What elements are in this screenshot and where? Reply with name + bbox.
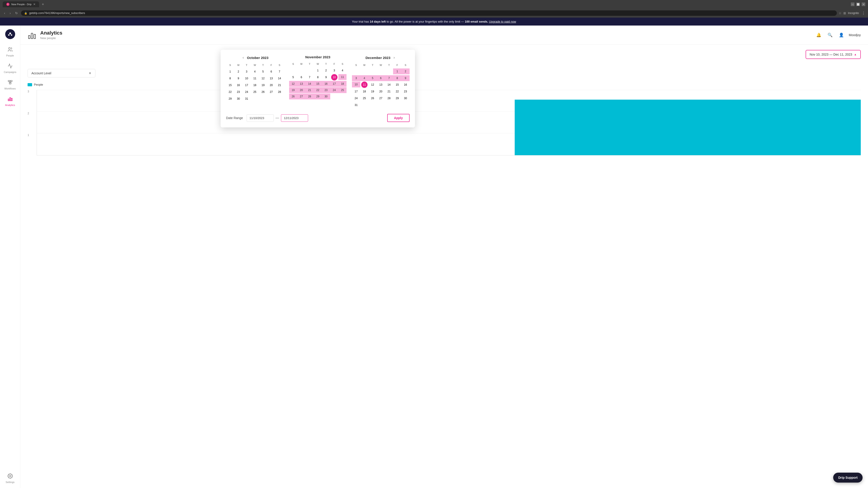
calendar-day[interactable]: 6 (268, 68, 274, 75)
close-button[interactable]: ✕ (862, 2, 865, 6)
sidebar-item-people[interactable]: People (2, 44, 19, 59)
calendar-day[interactable]: 19 (260, 82, 266, 88)
calendar-day[interactable]: 14 (305, 81, 313, 87)
calendar-day[interactable]: 7 (276, 68, 283, 75)
tab-close-button[interactable]: ✕ (33, 3, 35, 6)
bookmark-icon[interactable]: ☆ (839, 11, 842, 15)
calendar-day[interactable]: 17 (330, 81, 338, 87)
calendar-day[interactable]: 24 (330, 87, 338, 93)
calendar-day[interactable]: 4 (360, 75, 368, 81)
calendar-day[interactable]: 5 (368, 75, 377, 81)
calendar-day[interactable]: 30 (322, 94, 330, 99)
calendar-day[interactable]: 3 (352, 75, 360, 81)
calendar-day[interactable]: 28 (386, 95, 392, 101)
calendar-day[interactable]: 1 (393, 68, 401, 74)
calendar-day[interactable]: 6 (298, 74, 305, 80)
calendar-day[interactable]: 25 (361, 95, 368, 101)
calendar-day[interactable]: 15 (227, 82, 233, 88)
calendar-day[interactable]: 4 (252, 68, 258, 75)
extension-icon[interactable]: ⊞ (843, 11, 846, 15)
next-month-button[interactable]: › (392, 55, 396, 60)
calendar-day[interactable]: 20 (297, 87, 305, 93)
apply-button[interactable]: Apply (387, 114, 410, 122)
calendar-day[interactable]: 21 (276, 82, 283, 88)
calendar-day[interactable]: 24 (353, 95, 360, 101)
calendar-day[interactable]: 25 (338, 87, 346, 93)
calendar-day[interactable]: 23 (322, 87, 330, 93)
calendar-day[interactable]: 26 (260, 89, 266, 95)
calendar-day[interactable]: 20 (268, 82, 274, 88)
more-options-button[interactable]: ⋮ (862, 11, 865, 15)
calendar-day[interactable]: 19 (369, 88, 376, 95)
calendar-day[interactable]: 11 (252, 75, 258, 82)
calendar-day[interactable]: 7 (385, 75, 393, 81)
calendar-day[interactable]: 2 (235, 68, 242, 75)
calendar-day[interactable]: 10 (331, 74, 338, 80)
calendar-day[interactable]: 13 (378, 82, 384, 88)
calendar-day[interactable]: 22 (314, 87, 322, 93)
calendar-day[interactable]: 12 (260, 75, 266, 82)
calendar-day[interactable]: 13 (297, 81, 305, 87)
calendar-day[interactable]: 28 (305, 94, 313, 99)
calendar-day[interactable]: 28 (276, 89, 283, 95)
calendar-day[interactable]: 31 (243, 96, 250, 102)
date-range-button[interactable]: Nov 10, 2023 — Dec 11, 2023 ▲ (806, 50, 861, 59)
calendar-day[interactable]: 12 (289, 81, 297, 87)
user-account-button[interactable]: 👤 (837, 31, 845, 39)
calendar-day[interactable]: 22 (227, 89, 233, 95)
reload-button[interactable]: ↻ (14, 10, 19, 16)
drip-support-button[interactable]: Drip Support (833, 473, 863, 483)
calendar-day[interactable]: 27 (378, 95, 384, 101)
calendar-day[interactable]: 8 (393, 75, 401, 81)
calendar-day[interactable]: 9 (235, 75, 242, 82)
calendar-day[interactable]: 25 (252, 89, 258, 95)
calendar-day[interactable]: 15 (394, 82, 400, 88)
calendar-day[interactable]: 16 (235, 82, 242, 88)
calendar-day[interactable]: 29 (394, 95, 400, 101)
upgrade-link[interactable]: Upgrade to paid now (489, 20, 516, 23)
calendar-day[interactable]: 1 (227, 68, 233, 75)
calendar-day[interactable]: 24 (243, 89, 250, 95)
calendar-day[interactable]: 29 (227, 96, 233, 102)
calendar-day[interactable]: 17 (243, 82, 250, 88)
calendar-day[interactable]: 12 (369, 82, 376, 88)
calendar-day[interactable]: 1 (315, 67, 321, 74)
calendar-day[interactable]: 27 (297, 94, 305, 99)
back-button[interactable]: ‹ (3, 10, 6, 16)
calendar-day[interactable]: 6 (377, 75, 385, 81)
sidebar-item-campaigns[interactable]: Campaigns (2, 61, 19, 76)
notification-button[interactable]: 🔔 (815, 31, 823, 39)
calendar-day[interactable]: 11 (361, 82, 368, 88)
sidebar-item-settings[interactable]: Settings (2, 471, 19, 486)
minimize-button[interactable]: — (851, 2, 855, 6)
calendar-day[interactable]: 5 (260, 68, 266, 75)
calendar-day[interactable]: 10 (352, 82, 360, 88)
calendar-day[interactable]: 23 (235, 89, 242, 95)
maximize-button[interactable]: ⬜ (856, 2, 860, 6)
forward-button[interactable]: › (8, 10, 12, 16)
calendar-day[interactable]: 26 (369, 95, 376, 101)
calendar-day[interactable]: 14 (386, 82, 392, 88)
calendar-day[interactable]: 10 (243, 75, 250, 82)
calendar-day[interactable]: 29 (314, 94, 322, 99)
calendar-day[interactable]: 8 (227, 75, 233, 82)
sidebar-item-analytics[interactable]: Analytics (2, 94, 19, 109)
calendar-day[interactable]: 5 (290, 74, 296, 80)
calendar-day[interactable]: 16 (402, 82, 409, 88)
calendar-day[interactable]: 18 (361, 88, 368, 95)
calendar-day[interactable]: 27 (268, 89, 274, 95)
calendar-day[interactable]: 3 (331, 67, 338, 74)
new-tab-button[interactable]: + (42, 2, 44, 6)
calendar-day[interactable]: 3 (243, 68, 250, 75)
calendar-day[interactable]: 2 (323, 67, 329, 74)
calendar-day[interactable]: 21 (305, 87, 313, 93)
active-tab[interactable]: 🎯 New People - Drip ✕ (3, 1, 39, 7)
start-date-input[interactable] (247, 114, 274, 122)
calendar-day[interactable]: 9 (323, 74, 329, 80)
calendar-day[interactable]: 15 (314, 81, 322, 87)
prev-month-button[interactable]: ‹ (241, 55, 245, 60)
calendar-day[interactable]: 16 (322, 81, 330, 87)
calendar-day[interactable]: 30 (235, 96, 242, 102)
calendar-day[interactable]: 20 (378, 88, 384, 95)
calendar-day[interactable]: 8 (315, 74, 321, 80)
